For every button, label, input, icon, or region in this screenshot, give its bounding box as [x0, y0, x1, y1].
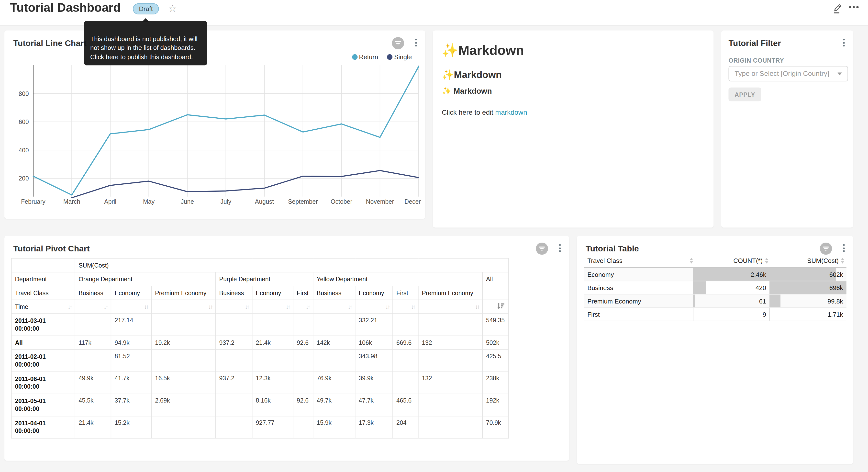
pivot-cell [293, 372, 313, 394]
pivot-row-label: All [11, 336, 75, 350]
sort-icon[interactable]: ↓↑ [306, 303, 310, 310]
pivot-cell: 142k [313, 336, 355, 350]
cell-sum-cost: 1.71k [770, 308, 846, 321]
pivot-data-row: 2011-04-01 00:00:0021.4k15.2k927.7715.9k… [11, 416, 508, 438]
table-row[interactable]: Economy2.46k602k [584, 268, 846, 281]
svg-text:November: November [366, 198, 394, 205]
publish-tooltip[interactable]: This dashboard is not published, it will… [84, 21, 207, 65]
sort-caret-icon [765, 258, 768, 264]
pivot-cell [293, 416, 313, 438]
origin-country-select[interactable]: Type or Select [Origin Country] [728, 66, 848, 81]
pivot-row-label: 2011-02-01 00:00:00 [11, 350, 75, 372]
pivot-chart-kebab-menu[interactable] [557, 243, 562, 254]
svg-text:February: February [21, 198, 45, 205]
column-header-sum-cost[interactable]: SUM(Cost) [770, 258, 846, 264]
pivot-col-header: Business [75, 286, 111, 300]
svg-text:May: May [143, 198, 155, 205]
chevron-down-icon [837, 72, 842, 75]
favorite-star-icon[interactable]: ☆ [168, 3, 177, 14]
pivot-chart-title: Tutorial Pivot Chart [13, 243, 90, 253]
line-chart-kebab-menu[interactable] [413, 37, 418, 48]
cross-filter-icon[interactable] [820, 243, 832, 255]
cell-travel-class: Business [584, 281, 693, 294]
pivot-cell: 132 [418, 372, 483, 394]
sort-icon[interactable]: ↓↑ [475, 303, 479, 310]
sort-icon[interactable]: ↓↑ [208, 303, 212, 310]
svg-text:October: October [331, 198, 352, 205]
pivot-cell: 192k [483, 394, 508, 416]
pivot-cell: 49.9k [75, 372, 111, 394]
line-chart-plot[interactable]: 200400600800FebruaryMarchAprilMayJuneJul… [4, 58, 421, 219]
sort-icon[interactable]: ↓↑ [385, 303, 389, 310]
pivot-dim-label: Travel Class [11, 286, 75, 300]
column-header-count[interactable]: COUNT(*) [695, 258, 770, 264]
pivot-cell [151, 416, 216, 438]
pivot-sort-cell: ↓↑ [355, 300, 393, 314]
table-card-kebab-menu[interactable] [841, 243, 846, 254]
pivot-col-header: First [293, 286, 313, 300]
sort-icon[interactable]: ↓↑ [411, 303, 415, 310]
markdown-edit-link[interactable]: markdown [495, 109, 527, 116]
pivot-cell: 549.35 [483, 314, 508, 336]
table-row[interactable]: First91.71k [584, 308, 846, 321]
table-row[interactable]: Premium Economy6199.8k [584, 294, 846, 308]
pivot-sort-cell: ↓↑ [293, 300, 313, 314]
pivot-corner-cell [11, 258, 75, 272]
sort-descending-icon[interactable] [497, 303, 505, 311]
cell-sum-cost: 696k [770, 281, 846, 294]
apply-filter-button[interactable]: APPLY [728, 88, 761, 101]
pivot-cell: 17.3k [355, 416, 393, 438]
sort-icon[interactable]: ↓↑ [286, 303, 289, 310]
sort-caret-icon [841, 258, 844, 264]
cross-filter-icon[interactable] [536, 243, 548, 255]
pivot-cell: 132 [418, 336, 483, 350]
sort-icon[interactable]: ↓↑ [103, 303, 107, 310]
dashboard-title: Tutorial Dashboard [10, 0, 121, 15]
legend-dot [352, 54, 358, 60]
sort-icon[interactable]: ↓↑ [67, 303, 71, 310]
markdown-paragraph-text: Click here to edit [442, 109, 495, 116]
pivot-data-row: 2011-06-01 00:00:0049.9k41.7k16.5k937.21… [11, 372, 508, 394]
pivot-cell [293, 314, 313, 336]
markdown-card: ✨Markdown ✨Markdown ✨ Markdown Click her… [433, 31, 713, 228]
pivot-cell: 937.2 [216, 372, 252, 394]
column-header-travel-class[interactable]: Travel Class [584, 258, 695, 264]
filter-card-kebab-menu[interactable] [841, 37, 846, 48]
pivot-cell: 927.77 [252, 416, 293, 438]
markdown-paragraph: Click here to edit markdown [442, 109, 527, 116]
legend-dot [387, 54, 393, 60]
filter-card-title: Tutorial Filter [728, 38, 781, 48]
data-table: Travel ClassCOUNT(*)SUM(Cost) Economy2.4… [584, 254, 846, 321]
svg-text:800: 800 [19, 90, 29, 97]
pivot-cell: 41.7k [111, 372, 151, 394]
pivot-col-header: Premium Economy [151, 286, 216, 300]
pivot-cell: 94.9k [111, 336, 151, 350]
pivot-cell [75, 350, 111, 372]
line-chart-card: Tutorial Line Chart ReturnSingle 2004006… [4, 31, 425, 219]
pivot-cell: 16.5k [151, 372, 216, 394]
pivot-cell: 15.9k [313, 416, 355, 438]
pivot-sort-row: Time↓↑↓↑↓↑↓↑↓↑↓↑↓↑↓↑↓↑↓↑↓↑ [11, 300, 508, 314]
sort-icon[interactable]: ↓↑ [245, 303, 249, 310]
pivot-cell: 106k [355, 336, 393, 350]
sort-icon[interactable]: ↓↑ [348, 303, 351, 310]
sort-icon[interactable]: ↓↑ [144, 303, 148, 310]
publish-tooltip-text: This dashboard is not published, it will… [90, 35, 197, 60]
pivot-cell [393, 314, 418, 336]
legend-item-single[interactable]: Single [387, 54, 412, 60]
pivot-cell [216, 394, 252, 416]
pivot-col-header: First [393, 286, 418, 300]
dashboard-more-menu[interactable] [849, 6, 858, 8]
table-row[interactable]: Business420696k [584, 281, 846, 294]
origin-country-label: ORIGIN COUNTRY [728, 57, 784, 64]
pivot-cell [418, 394, 483, 416]
cell-travel-class: Premium Economy [584, 294, 693, 307]
pivot-sort-cell: ↓↑ [151, 300, 216, 314]
pivot-cell [393, 372, 418, 394]
pivot-cell: 425.5 [483, 350, 508, 372]
draft-badge[interactable]: Draft [133, 3, 159, 14]
edit-dashboard-icon[interactable] [832, 3, 844, 15]
legend-item-return[interactable]: Return [352, 54, 378, 60]
cross-filter-icon[interactable] [392, 37, 404, 50]
pivot-cell: 39.9k [355, 372, 393, 394]
